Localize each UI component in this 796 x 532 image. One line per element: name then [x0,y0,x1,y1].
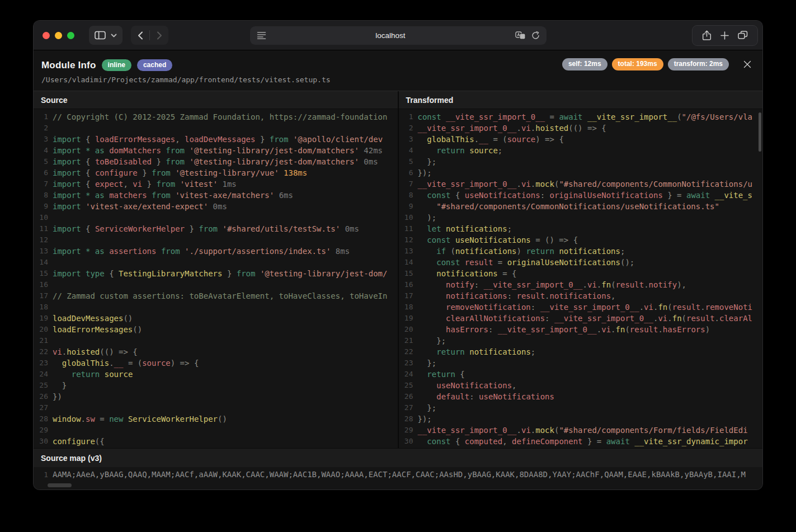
code-line: 5import { toBeDisabled } from '@testing-… [34,156,398,167]
new-tab-icon[interactable] [720,31,729,40]
forward-button[interactable] [150,26,168,45]
code-line: 10 [34,212,398,223]
code-line: 26}) [34,391,398,402]
code-line: 10 ); [399,212,763,223]
code-line: 11import { ServiceWorkerHelper } from '#… [34,223,398,234]
code-line: 28}); [399,413,763,425]
timing-transform-badge: transform: 2ms [668,58,729,70]
code-line: 2__vite_ssr_import_0__.vi.hoisted(() => … [399,123,763,134]
code-line: 24 return source [34,369,398,380]
code-line: 17 notifications: result.notifications, [399,290,763,302]
code-line: 29__vite_ssr_import_0__.vi.mock("#shared… [399,425,763,436]
code-line: 30configure({ [34,436,398,447]
vertical-scrollbar-thumb[interactable] [759,112,761,152]
horizontal-scrollbar-thumb[interactable] [48,483,72,487]
source-code-view[interactable]: 1// Copyright (C) 2012-2025 Zammad Found… [34,109,398,448]
tab-overview-icon[interactable] [738,31,748,40]
code-line: 20 hasErrors: __vite_ssr_import_0__.vi.f… [399,324,763,335]
code-panes: Source 1// Copyright (C) 2012-2025 Zamma… [34,91,762,448]
traffic-lights [43,32,74,39]
code-line: 11 let notifications; [399,223,763,234]
code-line: 1const __vite_ssr_import_0__ = await __v… [399,111,763,123]
code-line: 13import * as assertions from './support… [34,246,398,257]
sidebar-icon [95,31,106,40]
code-line: 23 globalThis.__ = (source) => { [34,357,398,369]
module-info-header: Module Info inline cached self: 12ms tot… [34,50,762,91]
reload-icon[interactable] [531,31,540,40]
share-icon[interactable] [702,30,712,41]
code-line: 8import * as matchers from 'vitest-axe/m… [34,190,398,201]
code-line: 15import type { TestingLibraryMatchers }… [34,268,398,279]
code-line: 19loadDevMessages() [34,313,398,324]
code-line: 6}); [399,167,763,178]
code-line: 28window.sw = new ServiceWorkerHelper() [34,413,398,425]
code-line: 4 return source; [399,145,763,156]
module-file-path: /Users/vladimir/Projects/zammad/app/fron… [41,76,751,84]
code-line: 21 [34,335,398,346]
code-line: 30 const { computed, defineComponent } =… [399,436,763,447]
code-line: 14 const result = originalUseNotificatio… [399,257,763,268]
source-pane: Source 1// Copyright (C) 2012-2025 Zamma… [34,91,398,448]
code-line: 13 if (notifications) return notificatio… [399,246,763,257]
code-line: 25 useNotifications, [399,380,763,391]
code-line: 9import 'vitest-axe/extend-expect' 0ms [34,201,398,212]
code-line: 7import { expect, vi } from 'vitest' 1ms [34,178,398,190]
code-line: 16 notify: __vite_ssr_import_0__.vi.fn(r… [399,279,763,290]
code-line: 15 notifications = { [399,268,763,279]
code-line: 25 } [34,380,398,391]
code-line: 29 [34,425,398,436]
code-line: 14 [34,257,398,268]
timing-self-badge: self: 12ms [562,58,607,70]
translate-icon[interactable] [515,31,526,40]
code-line: 20loadErrorMessages() [34,324,398,335]
code-line: 9 "#shared/components/CommonNotification… [399,201,763,212]
code-line: 4import * as domMatchers from '@testing-… [34,145,398,156]
transformed-pane-title: Transformed [399,91,763,109]
code-line: 7__vite_ssr_import_0__.vi.mock("#shared/… [399,178,763,190]
source-pane-title: Source [34,91,398,109]
code-line: 26 default: useNotifications [399,391,763,402]
code-line: 21 }; [399,335,763,346]
transformed-code-view[interactable]: 1const __vite_ssr_import_0__ = await __v… [399,109,763,448]
timing-total-badge: total: 193ms [612,58,663,70]
code-line: 3 globalThis.__ = (source) => { [399,134,763,145]
code-line: 3import { loadErrorMessages, loadDevMess… [34,134,398,145]
close-icon [743,60,751,68]
transformed-pane: Transformed 1const __vite_ssr_import_0__… [399,91,763,448]
code-line: 16 [34,279,398,290]
code-line: 22vi.hoisted(() => { [34,346,398,357]
chevron-down-icon [111,34,117,37]
minimize-window-button[interactable] [55,32,62,39]
code-line: 5 }; [399,156,763,167]
toolbar-right-controls [692,25,758,46]
code-line: 24 return { [399,369,763,380]
code-line: 12 [34,234,398,246]
code-line: 17// Zammad custom assertions: toBeAvata… [34,290,398,302]
code-line: 12 const useNotifications = () => { [399,234,763,246]
code-line: 8 const { useNotifications: originalUseN… [399,190,763,201]
browser-toolbar: localhost [34,21,762,50]
zoom-window-button[interactable] [67,32,74,39]
close-window-button[interactable] [43,32,50,39]
reader-icon[interactable] [257,31,266,39]
url-text[interactable]: localhost [266,31,515,40]
badge-inline: inline [102,59,131,71]
code-line: 18 removeNotification: __vite_ssr_import… [399,302,763,313]
code-line: 27 [34,402,398,413]
browser-window: localhost Module Info [34,21,762,489]
page-title: Module Info [41,60,96,71]
code-line: 6import { configure } from '@testing-lib… [34,167,398,178]
code-line: 22 return notifications; [399,346,763,357]
sourcemap-mappings: AAMA;AAeA,yBAAG,QAAQ,MAAM;AACf,aAAW,KAAK… [48,470,746,479]
history-nav [131,26,168,45]
badge-cached: cached [137,59,172,71]
close-panel-button[interactable] [741,58,753,70]
code-line: 19 clearAllNotifications: __vite_ssr_imp… [399,313,763,324]
code-line: 23 }; [399,357,763,369]
address-bar[interactable]: localhost [250,26,547,45]
sidebar-toggle-button[interactable] [89,26,123,45]
code-line: 2 [34,123,398,134]
sourcemap-line: 1 AAMA;AAeA,yBAAG,QAAQ,MAAM;AACf,aAAW,KA… [34,467,762,482]
back-button[interactable] [131,26,149,45]
sourcemap-line-number: 1 [34,470,48,479]
